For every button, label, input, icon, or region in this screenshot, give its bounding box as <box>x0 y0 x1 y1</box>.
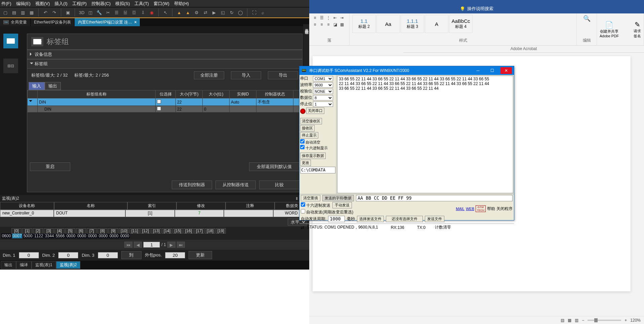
autoclear-checkbox[interactable] <box>300 139 305 144</box>
box-icon[interactable]: ◫ <box>86 8 94 16</box>
pin-icon[interactable]: ⬍ <box>295 196 298 201</box>
list2-icon[interactable]: ☱ <box>121 8 129 16</box>
col-bit[interactable]: 位选择 <box>156 90 176 98</box>
style-heading3[interactable]: 1.1.1标题 3 <box>401 15 424 33</box>
col-name[interactable]: 标签组名称 <box>38 90 156 98</box>
zoom-slider[interactable] <box>588 320 621 321</box>
menu-help[interactable]: 帮助(H) <box>174 1 189 7</box>
exit-button[interactable]: 关闭程序 <box>496 206 513 212</box>
pdf-icon[interactable]: 📄 <box>600 21 619 29</box>
fill-icon[interactable]: ◪ <box>332 22 338 28</box>
numbering-icon[interactable]: ☰ <box>319 15 325 21</box>
to-button[interactable]: 到 <box>121 251 142 259</box>
tag-group-header[interactable]: 标签组 <box>27 59 302 69</box>
choose-file-button[interactable]: 选择发送文件 <box>357 216 384 222</box>
sync-icon[interactable]: ↻ <box>228 8 236 16</box>
btab-compile[interactable]: 编译 <box>16 261 32 269</box>
watch-row[interactable]: new_Controller_0 DOUT [1] 7 WORD <box>0 210 309 217</box>
table-row[interactable]: DIN 22 0 <box>28 106 302 113</box>
menu-window[interactable]: 窗口(W) <box>154 1 169 7</box>
signature-icon[interactable]: ✎ <box>634 21 641 29</box>
close-button[interactable]: ✕ <box>500 67 512 74</box>
baud-select[interactable]: 9600 <box>313 82 333 88</box>
first-page-button[interactable]: ⏮ <box>124 242 132 248</box>
dim1-input[interactable] <box>19 252 39 258</box>
menu-view[interactable]: 视图(V) <box>35 1 50 7</box>
stop-icon[interactable]: ◉ <box>148 8 156 16</box>
redo-icon[interactable]: ↷ <box>50 8 58 16</box>
send-file-button[interactable]: 发送文件 <box>425 216 444 222</box>
subtab-input[interactable]: 输入 <box>29 82 45 90</box>
gear-icon[interactable]: ⚙ <box>193 8 201 16</box>
clear-rx-button[interactable]: 清空接收区 <box>300 118 322 124</box>
undo-icon[interactable]: ↶ <box>41 8 49 16</box>
export-button[interactable]: 导出 <box>268 71 298 79</box>
stop-display-button[interactable]: 停止显示 <box>300 132 318 138</box>
crop-icon[interactable]: ⛶ <box>250 8 258 16</box>
col-instance[interactable]: 实例ID <box>230 90 256 98</box>
maximize-button[interactable]: ☐ <box>486 67 498 74</box>
view-print-icon[interactable]: ▦ <box>568 318 571 323</box>
wcol-comment[interactable]: 注释 <box>226 202 275 210</box>
update-button[interactable]: 更新 <box>189 251 212 259</box>
dim3-input[interactable] <box>98 252 118 258</box>
register-all-button[interactable]: 全部注册 <box>194 71 224 79</box>
device-info-header[interactable]: 设备信息 <box>27 50 302 59</box>
compare-button[interactable]: 比较 <box>259 180 299 189</box>
next-page-button[interactable]: ▶ <box>167 242 175 248</box>
table-row[interactable]: DIN 22 Auto 不包含 <box>28 98 302 106</box>
period-input[interactable] <box>328 216 345 222</box>
manual-send-button[interactable]: 手动发送 <box>332 202 352 208</box>
checkbox[interactable] <box>157 99 161 104</box>
style-heading4[interactable]: AaBbCc标题 4 <box>449 15 473 33</box>
saveall-icon[interactable]: ▦ <box>28 8 36 16</box>
restart-button[interactable]: 重启 <box>30 162 70 171</box>
recv-controller-button[interactable]: 从控制器传送 <box>215 180 256 189</box>
hexdisplay-checkbox[interactable] <box>300 145 305 149</box>
col-bits[interactable]: 大小(位) <box>203 90 230 98</box>
close-port-button[interactable]: 关闭串口 <box>306 108 324 114</box>
cursor-icon[interactable]: ↖ <box>161 8 169 16</box>
send-controller-button[interactable]: 传送到控制器 <box>172 180 212 189</box>
wrench-icon[interactable]: 🔧 <box>95 8 103 16</box>
col-bytes[interactable]: 大小(字节) <box>176 90 203 98</box>
align-right-icon[interactable]: ≡ <box>325 22 331 28</box>
hexsend-checkbox[interactable] <box>301 202 305 207</box>
port-select[interactable]: COM1 <box>313 76 333 81</box>
save-icon[interactable]: ▥ <box>19 8 27 16</box>
stopbits-select[interactable]: 1 <box>313 102 333 107</box>
btab-watch1[interactable]: 监视(表)1 <box>32 261 56 269</box>
return-default-button[interactable]: 全部返回到默认值 <box>249 162 299 171</box>
find-icon[interactable]: 🔍 <box>583 15 591 22</box>
menu-simulate[interactable]: 模拟(S) <box>115 1 130 7</box>
chevron-down-icon[interactable] <box>29 100 32 104</box>
close-icon[interactable]: × <box>134 18 136 26</box>
print-icon[interactable]: ▣ <box>64 8 72 16</box>
rx-textarea[interactable]: 33 66 55 22 11 44 33 66 55 22 11 44 33 6… <box>337 76 513 193</box>
list3-icon[interactable]: ☲ <box>130 8 138 16</box>
multilevel-icon[interactable]: ⋮ <box>325 15 331 21</box>
web-link[interactable]: WEB <box>466 207 474 211</box>
menu-edit[interactable]: 编辑(E) <box>16 1 31 7</box>
3d-icon[interactable]: 3D <box>78 8 86 16</box>
tab-global-vars[interactable]: Var全局变量 <box>0 18 31 26</box>
save-data-button[interactable]: 保存显示数据 <box>300 153 326 159</box>
play-icon[interactable]: ▶ <box>210 8 218 16</box>
subtab-output[interactable]: 输出 <box>45 82 61 90</box>
btab-output[interactable]: 输出 <box>1 261 16 269</box>
prev-page-button[interactable]: ◀ <box>134 242 142 248</box>
wcol-name[interactable]: 名称 <box>54 202 127 210</box>
rx-area-button[interactable]: 接收区 <box>300 125 315 131</box>
parity-select[interactable]: NONE <box>313 89 333 94</box>
menu-insert[interactable]: 插入(I) <box>54 1 67 7</box>
zoom-label[interactable]: 120% <box>630 318 641 323</box>
dim2-input[interactable] <box>58 252 78 258</box>
open-icon[interactable]: ▤ <box>10 8 18 16</box>
search-icon[interactable]: ⌕ <box>259 8 267 16</box>
checkbox[interactable] <box>157 107 161 111</box>
indent-dec-icon[interactable]: ⇤ <box>332 15 338 21</box>
change-path-button[interactable]: 更改 <box>300 160 311 166</box>
menu-controller[interactable]: 控制器(C) <box>91 1 111 7</box>
indent-inc-icon[interactable]: ⇥ <box>339 15 345 21</box>
menu-tools[interactable]: 工具(T) <box>134 1 149 7</box>
